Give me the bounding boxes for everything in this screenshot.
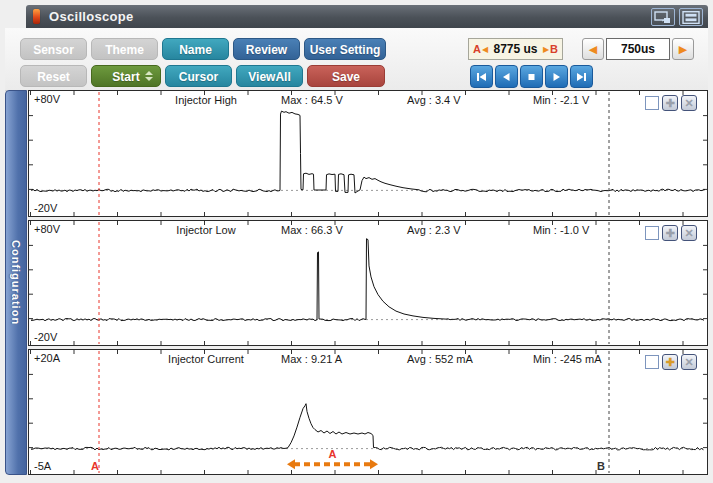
toolbar-button-user-setting[interactable]: User Setting [304, 38, 386, 60]
stop-button[interactable] [520, 65, 543, 88]
step-forward-icon[interactable]: ▶ [672, 38, 694, 60]
channel-checkbox[interactable] [645, 355, 659, 369]
channel-checkbox[interactable] [645, 96, 659, 110]
spinner-icon[interactable] [145, 71, 153, 81]
scope-panel: +80V -20V Injector High Max : 64.5 V Avg… [28, 90, 708, 217]
waveform-plot [29, 91, 707, 216]
cursor-marker-label: A [91, 460, 99, 472]
window-frame [0, 477, 713, 483]
toolbar: SensorThemeNameReviewUser Setting ResetS… [5, 28, 708, 91]
ab-delta-value: 8775 us [489, 42, 542, 56]
sidebar-label: Configuration [10, 240, 22, 325]
skip-to-end-button[interactable] [570, 65, 593, 88]
channel-checkbox[interactable] [645, 226, 659, 240]
close-channel-button[interactable]: ✕ [681, 225, 697, 241]
step-forward-button[interactable] [545, 65, 568, 88]
panel-controls: ✚ ✕ [645, 225, 697, 241]
stat-avg: Avg : 3.4 V [407, 94, 461, 106]
button-label: ViewAll [248, 70, 290, 84]
timebase-value[interactable]: 750us [606, 38, 670, 60]
scope-panel: +80V -20V Injector Low Max : 66.3 V Avg … [28, 220, 708, 346]
arrow-left-head-icon [287, 459, 295, 469]
ab-cursor-readout: A ◀ 8775 us ▶ B [468, 38, 563, 60]
playback-controls [470, 65, 593, 88]
stat-avg: Avg : 552 mA [407, 353, 473, 365]
close-channel-button[interactable]: ✕ [681, 354, 697, 370]
button-label: Review [246, 43, 287, 57]
toolbar-button-save[interactable]: Save [307, 65, 385, 87]
panel-controls: ✚ ✕ [645, 354, 697, 370]
button-label: Cursor [179, 70, 218, 84]
zoom-plus-button[interactable]: ✚ [662, 354, 678, 370]
toolbar-button-start[interactable]: Start [91, 65, 161, 87]
toolbar-button-name[interactable]: Name [162, 38, 229, 60]
channel-title: Injector High [141, 94, 271, 106]
cursor-a-label: A [473, 43, 481, 55]
toolbar-button-sensor[interactable]: Sensor [20, 38, 87, 60]
waveform-plot: AAB [29, 350, 707, 474]
toolbar-row-1: SensorThemeNameReviewUser Setting [20, 38, 386, 60]
close-channel-button[interactable]: ✕ [681, 95, 697, 111]
toolbar-row-2: ResetStartCursorViewAllSave [20, 65, 385, 87]
waveform-trace [31, 111, 705, 193]
step-back-button[interactable] [495, 65, 518, 88]
button-label: Start [112, 70, 139, 84]
button-label: Theme [105, 43, 144, 57]
stat-max: Max : 66.3 V [281, 224, 343, 236]
app-gauge-icon [33, 9, 40, 24]
title-bar: Oscilloscope [26, 5, 708, 28]
capture-icon[interactable] [651, 8, 675, 26]
toolbar-button-reset[interactable]: Reset [20, 65, 87, 87]
skip-to-start-button[interactable] [470, 65, 493, 88]
triangle-left-icon: ◀ [482, 45, 488, 54]
tile-windows-icon[interactable] [679, 8, 703, 26]
window-title: Oscilloscope [49, 9, 134, 24]
stat-avg: Avg : 2.3 V [407, 224, 461, 236]
toolbar-button-review[interactable]: Review [233, 38, 300, 60]
y-max-label: +80V [34, 223, 60, 235]
y-max-label: +80V [34, 93, 60, 105]
button-label: Sensor [33, 43, 74, 57]
waveform-trace [31, 239, 704, 321]
waveform-plot [29, 221, 707, 345]
zoom-plus-button[interactable]: ✚ [662, 225, 678, 241]
zoom-plus-button[interactable]: ✚ [662, 95, 678, 111]
cursor-marker-label: B [597, 460, 605, 472]
stat-max: Max : 64.5 V [281, 94, 343, 106]
y-min-label: -20V [34, 331, 57, 343]
span-arrow-label: A [329, 448, 337, 460]
triangle-right-icon: ▶ [543, 45, 549, 54]
waveform-trace [31, 404, 704, 450]
button-label: Save [332, 70, 360, 84]
y-min-label: -20V [34, 202, 57, 214]
sidebar-tab-configuration[interactable]: Configuration [5, 90, 27, 475]
stat-min: Min : -245 mA [533, 353, 601, 365]
button-label: Name [179, 43, 212, 57]
toolbar-button-theme[interactable]: Theme [91, 38, 158, 60]
stat-min: Min : -1.0 V [533, 224, 589, 236]
stat-min: Min : -2.1 V [533, 94, 589, 106]
y-max-label: +20A [34, 352, 60, 364]
channel-title: Injector Current [141, 353, 271, 365]
stat-max: Max : 9.21 A [281, 353, 342, 365]
oscilloscope-window: Oscilloscope SensorThemeNameReviewUser S… [0, 0, 713, 483]
channel-title: Injector Low [141, 224, 271, 236]
toolbar-button-viewall[interactable]: ViewAll [236, 65, 303, 87]
button-label: Reset [37, 70, 70, 84]
button-label: User Setting [310, 43, 381, 57]
y-min-label: -5A [34, 460, 51, 472]
step-back-icon[interactable]: ◀ [582, 38, 604, 60]
arrow-right-head-icon [370, 459, 378, 469]
scope-panel: AAB +20A -5A Injector Current Max : 9.21… [28, 349, 708, 475]
panel-controls: ✚ ✕ [645, 95, 697, 111]
toolbar-button-cursor[interactable]: Cursor [165, 65, 232, 87]
cursor-b-label: B [550, 43, 558, 55]
